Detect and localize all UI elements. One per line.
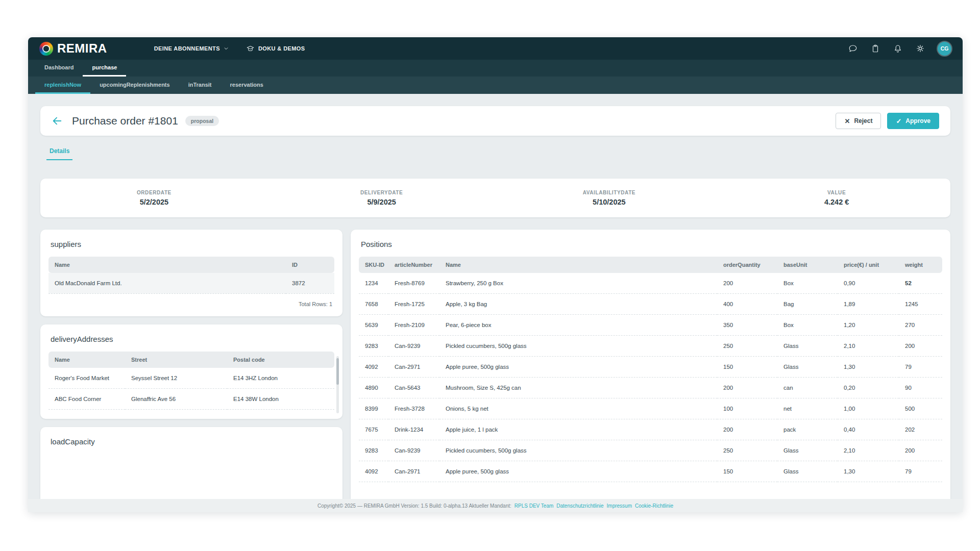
- column-header[interactable]: Name: [48, 352, 125, 368]
- table-cell: Box: [777, 273, 838, 294]
- tab-in-transit[interactable]: inTransit: [179, 77, 221, 94]
- cookies-link[interactable]: Cookie-Richtlinie: [635, 503, 673, 509]
- table-row[interactable]: 9283Can-9239Pickled cucumbers, 500g glas…: [359, 336, 942, 357]
- summary-deliverydate: DELIVERYDATE 5/9/2025: [268, 190, 496, 206]
- column-header[interactable]: orderQuantity: [717, 257, 777, 273]
- nav-subscriptions[interactable]: DEINE ABONNEMENTS: [154, 45, 229, 52]
- column-header[interactable]: Street: [125, 352, 227, 368]
- table-cell: 2,10: [838, 336, 899, 357]
- table-row[interactable]: 5639Fresh-2109Pear, 6-piece box350Box1,2…: [359, 315, 942, 336]
- table-header-row: SKU-IDarticleNumberNameorderQuantitybase…: [359, 257, 942, 273]
- table-cell: 7658: [359, 294, 388, 315]
- tab-reservations[interactable]: reservations: [221, 77, 273, 94]
- scrollbar: [336, 356, 339, 413]
- summary-value-col: VALUE 4.242 €: [723, 190, 950, 206]
- tab-dashboard[interactable]: Dashboard: [35, 60, 83, 77]
- load-capacity-title: loadCapacity: [51, 437, 332, 446]
- table-cell: E14 3HZ London: [227, 368, 334, 389]
- load-capacity-card: loadCapacity: [40, 427, 342, 499]
- table-row[interactable]: 4092Can-2971Apple puree, 500g glass150Gl…: [359, 461, 942, 482]
- column-header[interactable]: price(€) / unit: [838, 257, 899, 273]
- gear-icon[interactable]: [915, 43, 925, 54]
- delivery-addresses-table: NameStreetPostal code Roger's Food Marke…: [48, 352, 334, 410]
- table-cell: 200: [717, 419, 777, 440]
- table-cell: 7675: [359, 419, 388, 440]
- avatar[interactable]: CG: [938, 42, 951, 56]
- tenant-link[interactable]: RPLS DEV Team: [514, 503, 554, 509]
- positions-card: Positions SKU-IDarticleNumberNameorderQu…: [351, 230, 950, 499]
- column-header[interactable]: ID: [286, 257, 334, 273]
- table-cell: 1,20: [838, 315, 899, 336]
- positions-title: Positions: [361, 240, 940, 248]
- nav-docs-demos-label: DOKU & DEMOS: [258, 45, 305, 52]
- table-cell: 200: [899, 336, 942, 357]
- table-row[interactable]: Old MacDonald Farm Ltd.3872: [48, 273, 334, 294]
- column-header[interactable]: articleNumber: [388, 257, 439, 273]
- table-cell: 0,90: [838, 273, 899, 294]
- tab-details[interactable]: Details: [46, 147, 72, 160]
- table-cell: 350: [717, 315, 777, 336]
- tab-replenish-now[interactable]: replenishNow: [35, 77, 90, 94]
- back-button[interactable]: [52, 115, 63, 127]
- table-cell: Can-2971: [388, 357, 439, 378]
- reject-button-label: Reject: [854, 117, 872, 124]
- table-row[interactable]: 8399Fresh-3728Onions, 5 kg net100net1,00…: [359, 398, 942, 419]
- table-cell: 200: [899, 440, 942, 461]
- summary-label: DELIVERYDATE: [360, 190, 403, 195]
- column-header[interactable]: Name: [48, 257, 286, 273]
- reject-x-icon: ✕: [844, 117, 850, 125]
- scrollbar-thumb[interactable]: [336, 358, 339, 385]
- table-row[interactable]: 7675Drink-1234Apple juice, 1 l pack200pa…: [359, 419, 942, 440]
- approve-button-label: Approve: [905, 117, 930, 124]
- table-row[interactable]: 9283Can-9239Pickled cucumbers, 500g glas…: [359, 440, 942, 461]
- column-header[interactable]: baseUnit: [777, 257, 838, 273]
- column-header[interactable]: weight: [899, 257, 942, 273]
- column-header[interactable]: Name: [439, 257, 717, 273]
- table-cell: Glass: [777, 357, 838, 378]
- table-cell: 150: [717, 461, 777, 482]
- order-header-card: Purchase order #1801 proposal ✕ Reject ✓…: [40, 106, 950, 136]
- chat-icon[interactable]: [848, 43, 858, 54]
- reject-button[interactable]: ✕ Reject: [836, 113, 881, 129]
- summary-value: 5/10/2025: [593, 198, 626, 206]
- table-cell: 79: [899, 357, 942, 378]
- imprint-link[interactable]: Impressum: [607, 503, 632, 509]
- table-cell: 4092: [359, 357, 388, 378]
- content-area: Purchase order #1801 proposal ✕ Reject ✓…: [28, 94, 963, 499]
- table-cell: 200: [717, 273, 777, 294]
- tab-upcoming-replenishments[interactable]: upcomingReplenishments: [90, 77, 179, 94]
- table-row[interactable]: 4890Can-5643Mushroom, Size S, 425g can20…: [359, 378, 942, 398]
- table-cell: Glass: [777, 461, 838, 482]
- table-cell: 9283: [359, 440, 388, 461]
- nav-docs-demos[interactable]: DOKU & DEMOS: [246, 45, 305, 53]
- clipboard-icon[interactable]: [870, 43, 880, 54]
- table-row[interactable]: 1234Fresh-8769Strawberry, 250 g Box200Bo…: [359, 273, 942, 294]
- table-cell: Pear, 6-piece box: [439, 315, 717, 336]
- table-row[interactable]: ABC Food CornerGlenaffric Ave 56E14 38W …: [48, 389, 334, 410]
- table-cell: ABC Food Corner: [48, 389, 125, 410]
- summary-label: AVAILABILITYDATE: [583, 190, 635, 195]
- privacy-link[interactable]: Datenschutzrichtlinie: [556, 503, 603, 509]
- tab-purchase[interactable]: purchase: [83, 60, 126, 77]
- brand-logo[interactable]: REMIRA: [39, 41, 107, 56]
- table-cell: Can-9239: [388, 440, 439, 461]
- top-nav: DEINE ABONNEMENTS DOKU & DEMOS: [154, 45, 305, 53]
- summary-value: 4.242 €: [824, 198, 849, 206]
- column-header[interactable]: SKU-ID: [359, 257, 388, 273]
- bell-icon[interactable]: [893, 43, 903, 54]
- table-cell: E14 38W London: [227, 389, 334, 410]
- table-row[interactable]: Roger's Food MarketSeyssel Street 12E14 …: [48, 368, 334, 389]
- table-cell: Glenaffric Ave 56: [125, 389, 227, 410]
- table-cell: Apple puree, 500g glass: [439, 461, 717, 482]
- table-cell: Apple juice, 1 l pack: [439, 419, 717, 440]
- table-row[interactable]: 4092Can-2971Apple puree, 500g glass150Gl…: [359, 357, 942, 378]
- brand-name: REMIRA: [57, 41, 107, 56]
- approve-button[interactable]: ✓ Approve: [887, 113, 939, 129]
- column-header[interactable]: Postal code: [227, 352, 334, 368]
- summary-value: 5/9/2025: [367, 198, 396, 206]
- table-row[interactable]: 7658Fresh-1725Apple, 3 kg Bag400Bag1,891…: [359, 294, 942, 315]
- secondary-tab-bar: replenishNow upcomingReplenishments inTr…: [28, 77, 963, 94]
- graduation-cap-icon: [246, 45, 255, 53]
- table-cell: pack: [777, 419, 838, 440]
- left-column: suppliers NameID Old MacDonald Farm Ltd.…: [40, 230, 342, 499]
